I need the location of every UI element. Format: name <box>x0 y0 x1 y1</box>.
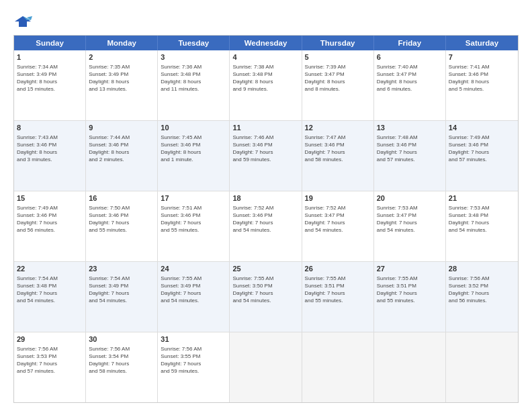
cell-info: Sunrise: 7:36 AMSunset: 3:48 PMDaylight:… <box>161 63 226 93</box>
day-number: 26 <box>305 264 371 274</box>
cell-info: Sunrise: 7:51 AMSunset: 3:46 PMDaylight:… <box>161 204 226 234</box>
day-number: 29 <box>17 334 83 345</box>
calendar-header-thursday: Thursday <box>302 36 374 50</box>
calendar-cell-16: 16Sunrise: 7:50 AMSunset: 3:46 PMDayligh… <box>86 191 158 261</box>
calendar-cell-12: 12Sunrise: 7:47 AMSunset: 3:46 PMDayligh… <box>302 121 374 191</box>
cell-info: Sunrise: 7:56 AMSunset: 3:55 PMDaylight:… <box>161 345 226 375</box>
day-number: 5 <box>305 52 371 62</box>
cell-info: Sunrise: 7:43 AMSunset: 3:46 PMDaylight:… <box>17 134 83 163</box>
calendar-row-5: 29Sunrise: 7:56 AMSunset: 3:53 PMDayligh… <box>14 332 518 402</box>
calendar-cell-20: 20Sunrise: 7:53 AMSunset: 3:47 PMDayligh… <box>374 191 446 261</box>
calendar-cell-17: 17Sunrise: 7:51 AMSunset: 3:46 PMDayligh… <box>158 191 230 261</box>
calendar-header-wednesday: Wednesday <box>230 36 302 50</box>
calendar-cell-27: 27Sunrise: 7:55 AMSunset: 3:51 PMDayligh… <box>374 262 446 332</box>
calendar-cell-13: 13Sunrise: 7:48 AMSunset: 3:46 PMDayligh… <box>374 121 446 191</box>
calendar-cell-empty <box>230 332 302 402</box>
day-number: 4 <box>232 52 298 62</box>
calendar-cell-14: 14Sunrise: 7:49 AMSunset: 3:46 PMDayligh… <box>446 121 518 191</box>
cell-info: Sunrise: 7:55 AMSunset: 3:51 PMDaylight:… <box>377 275 443 304</box>
day-number: 9 <box>89 123 154 133</box>
cell-info: Sunrise: 7:56 AMSunset: 3:53 PMDaylight:… <box>17 345 83 375</box>
day-number: 15 <box>17 193 83 203</box>
calendar-cell-24: 24Sunrise: 7:55 AMSunset: 3:49 PMDayligh… <box>158 262 230 332</box>
calendar-body: 1Sunrise: 7:34 AMSunset: 3:49 PMDaylight… <box>14 50 518 402</box>
day-number: 28 <box>449 264 515 274</box>
calendar-cell-6: 6Sunrise: 7:40 AMSunset: 3:47 PMDaylight… <box>374 50 446 120</box>
cell-info: Sunrise: 7:49 AMSunset: 3:46 PMDaylight:… <box>449 134 515 163</box>
cell-info: Sunrise: 7:34 AMSunset: 3:49 PMDaylight:… <box>17 63 83 93</box>
day-number: 24 <box>161 264 226 274</box>
day-number: 31 <box>161 334 226 345</box>
calendar-cell-23: 23Sunrise: 7:54 AMSunset: 3:49 PMDayligh… <box>86 262 158 332</box>
calendar-cell-28: 28Sunrise: 7:56 AMSunset: 3:52 PMDayligh… <box>446 262 518 332</box>
calendar-cell-11: 11Sunrise: 7:46 AMSunset: 3:46 PMDayligh… <box>230 121 302 191</box>
logo-icon <box>13 15 32 30</box>
day-number: 3 <box>161 52 226 62</box>
cell-info: Sunrise: 7:53 AMSunset: 3:47 PMDaylight:… <box>377 204 443 234</box>
cell-info: Sunrise: 7:46 AMSunset: 3:46 PMDaylight:… <box>232 134 298 163</box>
cell-info: Sunrise: 7:41 AMSunset: 3:46 PMDaylight:… <box>449 63 515 93</box>
calendar-cell-1: 1Sunrise: 7:34 AMSunset: 3:49 PMDaylight… <box>14 50 86 120</box>
cell-info: Sunrise: 7:56 AMSunset: 3:54 PMDaylight:… <box>89 345 154 375</box>
cell-info: Sunrise: 7:54 AMSunset: 3:49 PMDaylight:… <box>89 275 154 304</box>
calendar-header-sunday: Sunday <box>14 36 86 50</box>
calendar-cell-8: 8Sunrise: 7:43 AMSunset: 3:46 PMDaylight… <box>14 121 86 191</box>
cell-info: Sunrise: 7:35 AMSunset: 3:49 PMDaylight:… <box>89 63 154 93</box>
cell-info: Sunrise: 7:55 AMSunset: 3:49 PMDaylight:… <box>161 275 226 304</box>
calendar-cell-5: 5Sunrise: 7:39 AMSunset: 3:47 PMDaylight… <box>302 50 374 120</box>
calendar-cell-25: 25Sunrise: 7:55 AMSunset: 3:50 PMDayligh… <box>230 262 302 332</box>
cell-info: Sunrise: 7:48 AMSunset: 3:46 PMDaylight:… <box>377 134 443 163</box>
calendar-cell-7: 7Sunrise: 7:41 AMSunset: 3:46 PMDaylight… <box>446 50 518 120</box>
calendar-row-2: 8Sunrise: 7:43 AMSunset: 3:46 PMDaylight… <box>14 120 518 191</box>
day-number: 19 <box>305 193 371 203</box>
calendar-row-3: 15Sunrise: 7:49 AMSunset: 3:46 PMDayligh… <box>14 191 518 261</box>
day-number: 7 <box>449 52 515 62</box>
cell-info: Sunrise: 7:40 AMSunset: 3:47 PMDaylight:… <box>377 63 443 93</box>
cell-info: Sunrise: 7:52 AMSunset: 3:47 PMDaylight:… <box>305 204 371 234</box>
cell-info: Sunrise: 7:44 AMSunset: 3:46 PMDaylight:… <box>89 134 154 163</box>
cell-info: Sunrise: 7:39 AMSunset: 3:47 PMDaylight:… <box>305 63 371 93</box>
calendar-cell-30: 30Sunrise: 7:56 AMSunset: 3:54 PMDayligh… <box>86 332 158 402</box>
header <box>13 12 519 30</box>
calendar-header-monday: Monday <box>86 36 158 50</box>
cell-info: Sunrise: 7:53 AMSunset: 3:48 PMDaylight:… <box>449 204 515 234</box>
cell-info: Sunrise: 7:52 AMSunset: 3:46 PMDaylight:… <box>232 204 298 234</box>
day-number: 23 <box>89 264 154 274</box>
calendar-cell-9: 9Sunrise: 7:44 AMSunset: 3:46 PMDaylight… <box>86 121 158 191</box>
day-number: 27 <box>377 264 443 274</box>
calendar-cell-empty <box>446 332 518 402</box>
calendar-header-saturday: Saturday <box>446 36 518 50</box>
calendar-cell-26: 26Sunrise: 7:55 AMSunset: 3:51 PMDayligh… <box>302 262 374 332</box>
cell-info: Sunrise: 7:47 AMSunset: 3:46 PMDaylight:… <box>305 134 371 163</box>
cell-info: Sunrise: 7:55 AMSunset: 3:50 PMDaylight:… <box>232 275 298 304</box>
day-number: 1 <box>17 52 83 62</box>
cell-info: Sunrise: 7:45 AMSunset: 3:46 PMDaylight:… <box>161 134 226 163</box>
logo <box>13 15 35 30</box>
calendar-cell-29: 29Sunrise: 7:56 AMSunset: 3:53 PMDayligh… <box>14 332 86 402</box>
day-number: 30 <box>89 334 154 345</box>
calendar: SundayMondayTuesdayWednesdayThursdayFrid… <box>13 35 519 403</box>
calendar-cell-2: 2Sunrise: 7:35 AMSunset: 3:49 PMDaylight… <box>86 50 158 120</box>
cell-info: Sunrise: 7:38 AMSunset: 3:48 PMDaylight:… <box>232 63 298 93</box>
calendar-cell-empty <box>374 332 446 402</box>
cell-info: Sunrise: 7:49 AMSunset: 3:46 PMDaylight:… <box>17 204 83 234</box>
day-number: 6 <box>377 52 443 62</box>
day-number: 14 <box>449 123 515 133</box>
day-number: 8 <box>17 123 83 133</box>
day-number: 18 <box>232 193 298 203</box>
calendar-cell-4: 4Sunrise: 7:38 AMSunset: 3:48 PMDaylight… <box>230 50 302 120</box>
day-number: 20 <box>377 193 443 203</box>
calendar-header-tuesday: Tuesday <box>158 36 230 50</box>
calendar-header: SundayMondayTuesdayWednesdayThursdayFrid… <box>14 36 518 50</box>
day-number: 25 <box>232 264 298 274</box>
cell-info: Sunrise: 7:54 AMSunset: 3:48 PMDaylight:… <box>17 275 83 304</box>
calendar-cell-21: 21Sunrise: 7:53 AMSunset: 3:48 PMDayligh… <box>446 191 518 261</box>
day-number: 17 <box>161 193 226 203</box>
day-number: 16 <box>89 193 154 203</box>
day-number: 2 <box>89 52 154 62</box>
day-number: 22 <box>17 264 83 274</box>
cell-info: Sunrise: 7:56 AMSunset: 3:52 PMDaylight:… <box>449 275 515 304</box>
cell-info: Sunrise: 7:55 AMSunset: 3:51 PMDaylight:… <box>305 275 371 304</box>
calendar-cell-31: 31Sunrise: 7:56 AMSunset: 3:55 PMDayligh… <box>158 332 230 402</box>
calendar-cell-empty <box>302 332 374 402</box>
